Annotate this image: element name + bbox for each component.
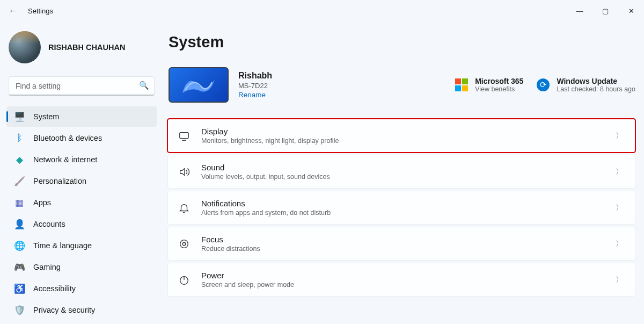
- m365-title: Microsoft 365: [475, 77, 523, 85]
- setting-sub: Reduce distractions: [201, 245, 260, 253]
- setting-text: NotificationsAlerts from apps and system…: [201, 199, 331, 217]
- wu-title: Windows Update: [557, 77, 635, 85]
- setting-text: SoundVolume levels, output, input, sound…: [201, 163, 330, 181]
- system-icon: 🖥️: [14, 111, 25, 122]
- sidebar-item-label: Gaming: [33, 263, 61, 271]
- sidebar-item-personalization[interactable]: 🖌️Personalization: [6, 171, 157, 191]
- sidebar-item-label: Network & internet: [33, 155, 97, 164]
- sound-icon: [178, 165, 191, 178]
- microsoft-icon: [455, 78, 469, 92]
- close-button[interactable]: ✕: [625, 7, 638, 15]
- pc-name: Rishabh: [238, 71, 272, 81]
- sidebar-item-privacy[interactable]: 🛡️Privacy & security: [6, 300, 157, 320]
- setting-display[interactable]: DisplayMonitors, brightness, night light…: [167, 119, 635, 153]
- pc-rename-link[interactable]: Rename: [238, 91, 272, 99]
- search-icon: 🔍: [139, 81, 149, 90]
- setting-sub: Alerts from apps and system, do not dist…: [201, 209, 331, 217]
- sidebar-item-label: Time & language: [33, 241, 92, 250]
- chevron-right-icon: 〉: [616, 239, 623, 249]
- setting-title: Sound: [201, 163, 330, 172]
- notifications-icon: [178, 201, 191, 214]
- personalization-icon: 🖌️: [14, 176, 25, 186]
- privacy-icon: 🛡️: [14, 305, 25, 315]
- user-name: RISHABH CHAUHAN: [48, 43, 125, 52]
- wu-sub: Last checked: 8 hours ago: [557, 85, 635, 93]
- m365-sub: View benefits: [475, 85, 523, 93]
- nav: 🖥️SystemᛒBluetooth & devices◆Network & i…: [6, 106, 157, 320]
- setting-notifications[interactable]: NotificationsAlerts from apps and system…: [167, 191, 635, 225]
- setting-power[interactable]: PowerScreen and sleep, power mode〉: [167, 263, 635, 297]
- sidebar-item-label: Privacy & security: [33, 306, 95, 314]
- setting-title: Focus: [201, 235, 260, 244]
- sidebar-item-gaming[interactable]: 🎮Gaming: [6, 257, 157, 277]
- setting-text: FocusReduce distractions: [201, 235, 260, 253]
- chevron-right-icon: 〉: [616, 203, 623, 213]
- info-cards: Microsoft 365 View benefits ⟳ Windows Up…: [455, 77, 635, 93]
- sync-icon: ⟳: [536, 78, 550, 92]
- sidebar-item-label: Accounts: [33, 220, 65, 228]
- svg-point-4: [182, 242, 186, 246]
- sidebar-item-label: Apps: [33, 198, 51, 207]
- apps-icon: ▦: [14, 197, 25, 208]
- setting-text: PowerScreen and sleep, power mode: [201, 271, 294, 289]
- svg-rect-0: [180, 132, 189, 138]
- setting-title: Power: [201, 271, 294, 280]
- window-title: Settings: [28, 7, 53, 15]
- setting-title: Display: [201, 127, 339, 136]
- accessibility-icon: ♿: [14, 283, 25, 294]
- windows-update-card[interactable]: ⟳ Windows Update Last checked: 8 hours a…: [536, 77, 635, 93]
- sidebar-item-system[interactable]: 🖥️System: [6, 106, 157, 127]
- pc-thumbnail[interactable]: [169, 67, 229, 103]
- pc-meta: Rishabh MS-7D22 Rename: [238, 71, 272, 99]
- setting-focus[interactable]: FocusReduce distractions〉: [167, 227, 635, 261]
- m365-card[interactable]: Microsoft 365 View benefits: [455, 77, 523, 93]
- sidebar-item-label: System: [33, 112, 59, 121]
- setting-sub: Monitors, brightness, night light, displ…: [201, 137, 339, 145]
- setting-sub: Volume levels, output, input, sound devi…: [201, 173, 330, 181]
- focus-icon: [178, 237, 191, 250]
- setting-text: DisplayMonitors, brightness, night light…: [201, 127, 339, 145]
- power-icon: [178, 273, 191, 286]
- setting-list: DisplayMonitors, brightness, night light…: [167, 119, 635, 297]
- chevron-right-icon: 〉: [616, 275, 623, 285]
- avatar: [9, 31, 41, 63]
- search-wrap: 🔍: [9, 76, 155, 96]
- sidebar-item-bluetooth[interactable]: ᛒBluetooth & devices: [6, 128, 157, 148]
- window-controls: — ▢ ✕: [573, 7, 638, 15]
- page-title: System: [167, 33, 635, 51]
- sidebar-item-apps[interactable]: ▦Apps: [6, 192, 157, 213]
- time-icon: 🌐: [14, 240, 25, 251]
- minimize-button[interactable]: —: [573, 7, 586, 15]
- sidebar-item-time[interactable]: 🌐Time & language: [6, 235, 157, 256]
- sidebar-item-network[interactable]: ◆Network & internet: [6, 149, 157, 170]
- main: System Rishabh MS-7D22 Rename Microsoft …: [161, 21, 644, 324]
- svg-point-3: [180, 240, 188, 248]
- bluetooth-icon: ᛒ: [14, 133, 25, 143]
- network-icon: ◆: [14, 154, 25, 165]
- back-button[interactable]: ←: [6, 6, 19, 16]
- search-input[interactable]: [9, 76, 155, 96]
- setting-sub: Screen and sleep, power mode: [201, 281, 294, 289]
- svg-marker-2: [180, 168, 185, 175]
- pc-info-row: Rishabh MS-7D22 Rename Microsoft 365 Vie…: [167, 67, 635, 103]
- user-profile[interactable]: RISHABH CHAUHAN: [6, 31, 157, 63]
- sidebar-item-label: Bluetooth & devices: [33, 134, 102, 142]
- sidebar: RISHABH CHAUHAN 🔍 🖥️SystemᛒBluetooth & d…: [0, 21, 161, 324]
- gaming-icon: 🎮: [14, 262, 25, 272]
- sidebar-item-accessibility[interactable]: ♿Accessibility: [6, 278, 157, 299]
- chevron-right-icon: 〉: [616, 167, 623, 177]
- setting-title: Notifications: [201, 199, 331, 208]
- bloom-icon: [177, 71, 220, 98]
- accounts-icon: 👤: [14, 219, 25, 229]
- maximize-button[interactable]: ▢: [599, 7, 612, 15]
- setting-sound[interactable]: SoundVolume levels, output, input, sound…: [167, 155, 635, 189]
- sidebar-item-label: Accessibility: [33, 284, 76, 293]
- sidebar-item-label: Personalization: [33, 177, 86, 185]
- pc-model: MS-7D22: [238, 82, 272, 90]
- chevron-right-icon: 〉: [616, 131, 623, 141]
- sidebar-item-accounts[interactable]: 👤Accounts: [6, 214, 157, 234]
- display-icon: [178, 129, 191, 142]
- titlebar: ← Settings — ▢ ✕: [0, 0, 644, 21]
